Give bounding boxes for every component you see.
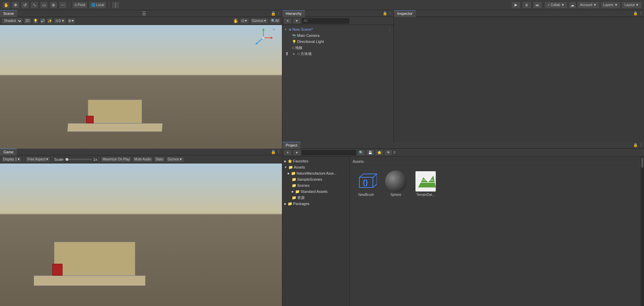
main-camera-item[interactable]: 📷 Main Camera (284, 32, 392, 39)
move-tool-btn[interactable]: ✥ (11, 1, 20, 9)
collab-btn[interactable]: ✓ Collab ▼ (544, 1, 568, 9)
transform-tool-btn[interactable]: ⊕ (49, 1, 57, 9)
scale-slider-track[interactable] (65, 159, 92, 160)
cloud-btn[interactable]: ☁ (568, 1, 576, 9)
newbrush-asset[interactable]: {} NewBrush (353, 169, 380, 198)
game-floor (34, 276, 145, 286)
rect-tool-btn[interactable]: ▭ (40, 1, 48, 9)
layers-btn[interactable]: Layers ▼ (600, 1, 621, 9)
stats-btn[interactable]: Stats (154, 156, 165, 162)
scenes-item[interactable]: 📁 Scenes (284, 182, 348, 188)
pause-button[interactable]: ⏸ (522, 1, 531, 9)
packages-item[interactable]: ▶ 📁 Packages (284, 201, 348, 207)
layout-btn[interactable]: Layout ▼ (621, 1, 642, 9)
hierarchy-add-btn[interactable]: + (284, 18, 292, 24)
samplescenes-item[interactable]: 📁 SampleScenes (284, 176, 348, 182)
rotate-tool-btn[interactable]: ↺ (21, 1, 29, 9)
main-content: Scene ☰ 🔒 ⋮ Shaded 2D 💡 🔊 ✨ ⊙0▼ (0, 10, 644, 306)
svg-marker-17 (271, 36, 273, 39)
scene-tab-label: Scene (3, 11, 14, 16)
scene-view-dropdown[interactable]: ⊡▼ (240, 18, 249, 24)
ziyuan-item[interactable]: 📁 资源 (284, 195, 348, 201)
scene-root-item[interactable]: ▼ ⊕ New Scene* ⋮ (284, 26, 392, 32)
project-save-icon[interactable]: 💾 (366, 150, 374, 156)
display-dropdown[interactable]: Display 1▼ (1, 156, 22, 162)
project-add-btn[interactable]: + (284, 150, 292, 156)
project-scrollbar[interactable] (641, 157, 644, 306)
ziyuan-label: 资源 (297, 195, 305, 200)
project-options-icon[interactable]: ⋮ (639, 143, 643, 147)
shading-dropdown[interactable]: Shaded (1, 18, 23, 24)
terrain-asset[interactable]: TerrainDat... (412, 169, 439, 198)
scene-hand-icon[interactable]: ✋ (233, 18, 239, 24)
fangkuai-item[interactable]: ▶ □ 方块墙 (289, 51, 392, 57)
favorites-item[interactable]: ▶ ⭐ Favorites (284, 158, 348, 164)
assets-root-item[interactable]: ▼ 📁 Assets (284, 164, 348, 170)
mute-btn[interactable]: Mute Audio (133, 156, 153, 162)
hierarchy-options-icon[interactable]: ⋮ (388, 11, 392, 16)
game-gizmos-dropdown[interactable]: Gizmos▼ (166, 156, 184, 162)
gizmo-svg (253, 28, 273, 48)
step-button[interactable]: ⏭ (533, 1, 542, 9)
fangkuai-label: 方块墙 (301, 51, 312, 56)
play-button[interactable]: ▶ (511, 1, 521, 9)
project-visibility-icon[interactable]: 👁 (384, 150, 392, 156)
scene-options-icon[interactable]: ⋮ (277, 11, 281, 16)
toolbar-center: ▶ ⏸ ⏭ (511, 1, 542, 9)
gizmos-label: Gizmos (252, 19, 263, 23)
scene-layer-dropdown[interactable]: ⊙0▼ (54, 18, 66, 24)
standard-label: Standard Assets (301, 189, 328, 194)
inspector-options-icon[interactable]: ⋮ (639, 11, 643, 16)
standard-assets-item[interactable]: ▶ 📁 Standard Assets (284, 188, 348, 195)
scene-search-box[interactable]: 🔍 All (269, 18, 281, 24)
inspector-lock-icon[interactable]: 🔒 (633, 11, 638, 16)
project-lock-icon[interactable]: 🔒 (633, 143, 638, 147)
scene-fx-btn[interactable]: ✨ (47, 18, 53, 24)
maximize-btn[interactable]: Maximize On Play (101, 156, 132, 162)
hierarchy-down-arrow[interactable]: ▼ (293, 18, 301, 24)
nature-item[interactable]: ▶ 📁 NatureManufacture Asse... (284, 170, 348, 176)
directional-light-item[interactable]: 💡 Directional Light (284, 39, 392, 45)
pivot-btn[interactable]: ⊙ Pivot (72, 1, 88, 9)
left-panels: Scene ☰ 🔒 ⋮ Shaded 2D 💡 🔊 ✨ ⊙0▼ (0, 10, 282, 306)
game-options-icon[interactable]: ⋮ (277, 150, 281, 154)
mute-label: Mute Audio (134, 157, 151, 161)
scale-slider-thumb[interactable] (66, 158, 68, 161)
inspector-tab-bar: Inspector 🔒 ⋮ (394, 10, 644, 17)
bottom-right: Project 🔒 ⋮ + ▼ 🔍 💾 ⭐ 👁 8 (282, 142, 644, 306)
project-add-arrow[interactable]: ▼ (293, 150, 301, 156)
local-btn[interactable]: 🌐 Local (89, 1, 106, 9)
hierarchy-search-input[interactable] (302, 18, 349, 24)
project-search-input[interactable] (302, 150, 356, 155)
project-star-icon[interactable]: ⭐ (375, 150, 383, 156)
game-tab[interactable]: Game (0, 149, 17, 155)
2d-btn[interactable]: 2D (24, 18, 31, 24)
aspect-label: Free Aspect (27, 157, 45, 161)
scene-audio-btn[interactable]: 🔊 (40, 18, 46, 24)
extra-tool-btn[interactable]: ⋯ (59, 1, 67, 9)
scene-light-btn[interactable]: 💡 (32, 18, 39, 24)
scene-panel-menu[interactable]: ☰ (141, 11, 148, 16)
inspector-tab[interactable]: Inspector (394, 10, 416, 17)
scene-kebab-icon[interactable]: ⋮ (388, 27, 391, 32)
sphere-asset[interactable]: Sphere (382, 169, 409, 198)
project-filter-icon[interactable]: 🔍 (357, 150, 365, 156)
aspect-dropdown[interactable]: Free Aspect▼ (26, 156, 50, 162)
scene-tab[interactable]: Scene (0, 10, 17, 17)
hierarchy-lock-icon[interactable]: 🔒 (383, 11, 387, 16)
dibang-item[interactable]: □ 地板 (284, 45, 392, 51)
gizmo-close-btn[interactable]: ✕ (272, 28, 275, 31)
account-btn[interactable]: Account ▼ (577, 1, 600, 9)
hierarchy-tab[interactable]: Hierarchy (282, 10, 305, 17)
gizmos-dropdown[interactable]: Gizmos▼ (250, 18, 268, 24)
extra-btn-2[interactable]: ⋮ (112, 1, 120, 9)
project-content: ▶ ⭐ Favorites ▼ 📁 Assets ▶ (282, 157, 644, 306)
scale-tool-btn[interactable]: ⤡ (30, 1, 39, 9)
hand-tool-btn[interactable]: ✋ (2, 1, 10, 9)
scene-gizmo: ✕ (253, 28, 273, 49)
scrollbar-thumb[interactable] (641, 157, 643, 168)
scene-lock-icon[interactable]: 🔒 (271, 11, 276, 16)
project-tab[interactable]: Project (282, 142, 301, 149)
scene-grid-btn[interactable]: ⊞▼ (67, 18, 75, 24)
game-lock-icon[interactable]: 🔒 (271, 150, 276, 154)
